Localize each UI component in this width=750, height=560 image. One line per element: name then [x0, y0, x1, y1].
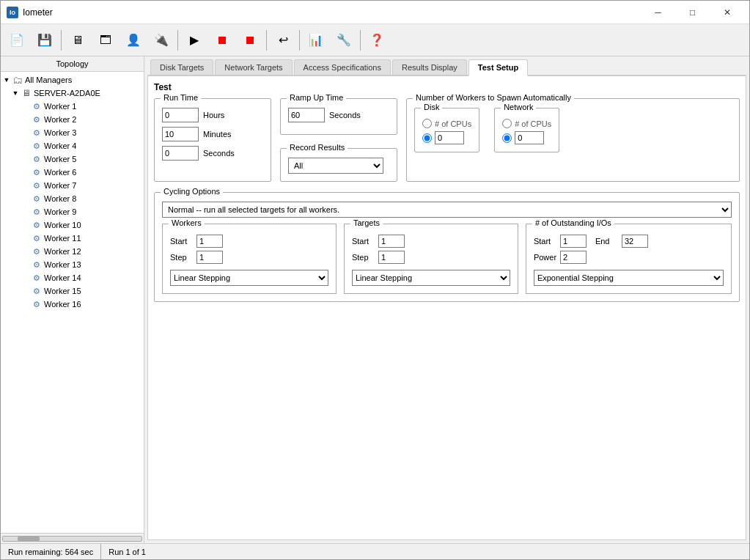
network-radio-cpus[interactable]: [502, 119, 512, 128]
cycling-options-label: Cycling Options: [161, 187, 223, 196]
new-file-button[interactable]: 📄: [4, 27, 30, 54]
maximize-button[interactable]: □: [676, 2, 709, 23]
ramp-seconds-input[interactable]: [288, 108, 325, 122]
tree-item-worker13[interactable]: ⚙ Worker 13: [1, 258, 144, 271]
ios-start-row: Start End: [534, 235, 724, 248]
tree-label-worker14: Worker 14: [44, 273, 81, 282]
run-remaining-status: Run remaining: 564 sec: [1, 544, 101, 559]
workers-start-input[interactable]: [196, 235, 223, 248]
tree-item-worker2[interactable]: ⚙ Worker 2: [1, 113, 144, 126]
tree-item-worker15[interactable]: ⚙ Worker 15: [1, 284, 144, 298]
tree-item-worker14[interactable]: ⚙ Worker 14: [1, 271, 144, 284]
cycling-ios-inputs: Start End Power: [534, 235, 724, 286]
tab-network-targets[interactable]: Network Targets: [215, 59, 292, 75]
network-radio2-row: [502, 131, 551, 144]
worker-icon-2: ⚙: [31, 114, 43, 125]
cycling-workers-inputs: Start Step Linear Stepping: [170, 235, 328, 286]
record-results-label: Record Results: [287, 143, 348, 152]
targets-step-row: Step: [352, 251, 510, 264]
minutes-input[interactable]: [162, 127, 199, 141]
tree-label-worker5: Worker 5: [44, 155, 76, 163]
cycling-workers-box: Workers Start Step: [162, 224, 337, 294]
tab-results-display[interactable]: Results Display: [392, 59, 467, 75]
title-bar: Io Iometer ─ □ ✕: [1, 1, 749, 24]
worker-button[interactable]: 👤: [120, 27, 147, 54]
tree-item-worker11[interactable]: ⚙ Worker 11: [1, 232, 144, 245]
sidebar: Topology ▼ 🗂 All Managers ▼ 🖥 SERVER-A2D…: [1, 56, 144, 543]
computer-button[interactable]: 🖥: [65, 27, 91, 54]
help-button[interactable]: ❓: [364, 27, 390, 54]
worker-icon-8: ⚙: [31, 193, 43, 205]
tree-item-all-managers[interactable]: ▼ 🗂 All Managers: [1, 73, 144, 86]
network-radio-number[interactable]: [502, 133, 512, 143]
tree-item-worker4[interactable]: ⚙ Worker 4: [1, 139, 144, 152]
toolbar-separator-5: [360, 30, 361, 51]
tree-item-worker5[interactable]: ⚙ Worker 5: [1, 152, 144, 166]
ramp-seconds-label: Seconds: [329, 111, 361, 119]
workers-step-row: Step: [170, 251, 328, 264]
cycling-targets-box: Targets Start Step: [344, 224, 518, 294]
tree-item-worker7[interactable]: ⚙ Worker 7: [1, 179, 144, 192]
minutes-label: Minutes: [203, 130, 232, 139]
tree-label-worker2: Worker 2: [44, 115, 76, 124]
tab-disk-targets[interactable]: Disk Targets: [150, 59, 213, 75]
tree-item-worker16[interactable]: ⚙ Worker 16: [1, 298, 144, 311]
config-button[interactable]: 🔧: [331, 27, 357, 54]
stop-all-button[interactable]: ⏹: [237, 27, 263, 54]
run-time-content: Hours Minutes Seconds: [162, 108, 263, 161]
results-button[interactable]: 📊: [303, 27, 329, 54]
record-results-select[interactable]: All None Timed Run Only: [288, 158, 383, 174]
network-button[interactable]: 🗔: [92, 27, 119, 54]
tab-access-specifications[interactable]: Access Specifications: [294, 59, 391, 75]
tree-label-worker1: Worker 1: [44, 102, 76, 111]
start-button[interactable]: ▶: [181, 27, 207, 54]
worker-icon-7: ⚙: [31, 180, 43, 191]
seconds-input[interactable]: [162, 146, 199, 161]
ramp-up-group: Ramp Up Time Seconds: [280, 98, 397, 135]
stop-button[interactable]: ⏹: [209, 27, 235, 54]
tree-item-server[interactable]: ▼ 🖥 SERVER-A2DA0E: [1, 86, 144, 100]
network-number-input[interactable]: [515, 131, 544, 144]
tree-item-worker3[interactable]: ⚙ Worker 3: [1, 126, 144, 139]
ios-end-input[interactable]: [622, 235, 648, 248]
tree-item-worker12[interactable]: ⚙ Worker 12: [1, 245, 144, 258]
workers-step-input[interactable]: [196, 251, 223, 264]
workers-stepping-select[interactable]: Linear Stepping Exponential Stepping: [170, 270, 328, 286]
tree-item-worker1[interactable]: ⚙ Worker 1: [1, 100, 144, 113]
ios-stepping-select[interactable]: Exponential Stepping Linear Stepping: [534, 270, 724, 286]
ios-power-input[interactable]: [560, 251, 587, 264]
disk-number-input[interactable]: [435, 131, 464, 144]
disk-radio-cpus[interactable]: [422, 119, 432, 128]
record-results-content: All None Timed Run Only: [288, 158, 389, 174]
tree-item-worker10[interactable]: ⚙ Worker 10: [1, 218, 144, 232]
worker-icon-6: ⚙: [31, 166, 43, 178]
cycling-mode-select[interactable]: Normal -- run all selected targets for a…: [162, 202, 732, 218]
tree-item-worker8[interactable]: ⚙ Worker 8: [1, 192, 144, 205]
minimize-button[interactable]: ─: [641, 2, 674, 23]
tree-item-worker6[interactable]: ⚙ Worker 6: [1, 166, 144, 179]
cycling-targets-label: Targets: [350, 218, 383, 227]
disk-radio-number[interactable]: [422, 133, 432, 143]
ios-start-input[interactable]: [560, 235, 587, 248]
ios-power-label: Power: [534, 253, 557, 262]
top-row-layout: Run Time Hours Minutes: [154, 98, 740, 189]
hours-input[interactable]: [162, 108, 199, 122]
toolbar: 📄 💾 🖥 🗔 👤 🔌 ▶ ⏹ ⏹ ↩ 📊 🔧 ❓: [1, 24, 749, 56]
toolbar-separator-1: [61, 30, 62, 51]
sidebar-scrollbar[interactable]: [1, 533, 144, 543]
ramp-seconds-row: Seconds: [288, 108, 389, 122]
tab-test-setup[interactable]: Test Setup: [468, 59, 528, 76]
targets-start-row: Start: [352, 235, 510, 248]
tree-item-worker9[interactable]: ⚙ Worker 9: [1, 205, 144, 218]
targets-start-input[interactable]: [378, 235, 405, 248]
back-button[interactable]: ↩: [270, 27, 296, 54]
scroll-thumb[interactable]: [18, 537, 40, 541]
close-button[interactable]: ✕: [710, 2, 743, 23]
open-file-button[interactable]: 💾: [32, 27, 58, 54]
targets-step-input[interactable]: [378, 251, 405, 264]
network-spawn-box: Network # of CPUs: [494, 108, 559, 152]
disconnect-button[interactable]: 🔌: [148, 27, 174, 54]
ramp-record-col: Ramp Up Time Seconds Record Results: [280, 98, 397, 189]
targets-stepping-select[interactable]: Linear Stepping Exponential Stepping: [352, 270, 510, 286]
scroll-track[interactable]: [2, 536, 142, 542]
